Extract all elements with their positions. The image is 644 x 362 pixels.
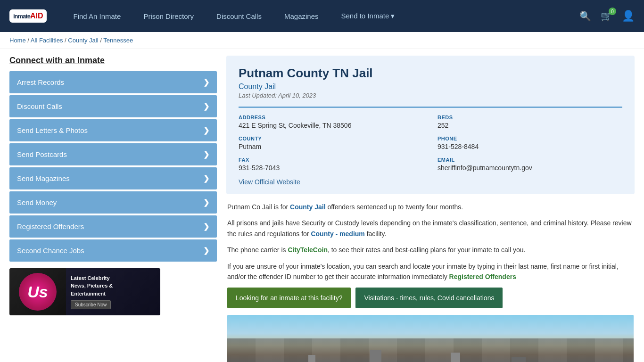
email-field: EMAIL sheriffinfo@putnamcountytn.gov: [438, 157, 622, 172]
logo-icon: inmate AID: [9, 9, 47, 23]
sidebar-item-send-money[interactable]: Send Money ❯: [9, 191, 217, 214]
desc-para2-pre: All prisons and jails have Security or C…: [227, 219, 632, 237]
desc-para1-post: offenders sentenced up to twenty four mo…: [326, 203, 463, 211]
nav-links: Find An Inmate Prison Directory Discount…: [62, 0, 579, 32]
sidebar-label: Arrest Records: [17, 78, 64, 86]
ad-line1: Latest Celebrity: [71, 274, 156, 282]
chevron-right-icon: ❯: [203, 222, 209, 231]
connect-title: Connect with an Inmate: [9, 56, 217, 66]
sidebar-label: Send Letters & Photos: [17, 126, 88, 134]
sidebar-item-registered-offenders[interactable]: Registered Offenders ❯: [9, 215, 217, 238]
sidebar-item-send-postcards[interactable]: Send Postcards ❯: [9, 143, 217, 165]
ad-text-area: Latest Celebrity News, Pictures & Entert…: [66, 268, 160, 315]
fax-field: FAX 931-528-7043: [239, 157, 423, 172]
view-website-link[interactable]: View Official Website: [239, 178, 300, 186]
desc-para4-pre: If you are unsure of your inmate's locat…: [227, 263, 619, 280]
fax-label: FAX: [239, 157, 423, 163]
visitations-button[interactable]: Visitations - times, rules, Covid cancel…: [355, 288, 503, 308]
chevron-right-icon: ❯: [203, 150, 209, 159]
county-jail-link[interactable]: County Jail: [290, 203, 325, 211]
desc-para-1: Putnam Co Jail is for County Jail offend…: [227, 202, 634, 212]
sidebar-item-send-magazines[interactable]: Send Magazines ❯: [9, 167, 217, 189]
chevron-right-icon: ❯: [203, 126, 209, 135]
citytelecoin-link[interactable]: CityTeleCoin: [288, 246, 328, 254]
desc-para3-post: , to see their rates and best-calling pl…: [328, 246, 525, 254]
desc-para-3: The phone carrier is CityTeleCoin, to se…: [227, 245, 634, 255]
desc-para3-pre: The phone carrier is: [227, 246, 288, 254]
facility-name: Putnam County TN Jail: [239, 66, 622, 81]
nav-discount-calls[interactable]: Discount Calls: [205, 0, 273, 32]
phone-value: 931-528-8484: [438, 143, 622, 150]
sidebar-item-second-chance-jobs[interactable]: Second Chance Jobs ❯: [9, 239, 217, 262]
breadcrumb: Home / All Facilities / County Jail / Te…: [0, 32, 644, 49]
sidebar-item-arrest-records[interactable]: Arrest Records ❯: [9, 71, 217, 93]
facility-updated: Last Updated: April 10, 2023: [239, 92, 622, 99]
facility-description: Putnam Co Jail is for County Jail offend…: [226, 201, 635, 362]
ad-logo-area: Us: [9, 268, 66, 315]
county-label: COUNTY: [239, 136, 423, 141]
phone-field: PHONE 931-528-8484: [438, 136, 622, 150]
desc-para-2: All prisons and jails have Security or C…: [227, 218, 634, 239]
sidebar-label: Send Magazines: [17, 174, 70, 182]
facility-type: County Jail: [239, 82, 622, 91]
nav-magazines[interactable]: Magazines: [273, 0, 330, 32]
sidebar-label: Send Postcards: [17, 150, 67, 158]
fax-value: 931-528-7043: [239, 164, 423, 172]
desc-para2-post: facility.: [365, 230, 387, 238]
beds-label: BEDS: [438, 115, 622, 120]
ad-line3: Entertainment: [71, 290, 156, 298]
address-field: ADDRESS 421 E Spring St, Cookeville, TN …: [239, 115, 423, 129]
action-buttons: Looking for an inmate at this facility? …: [227, 288, 634, 308]
facility-photo: [227, 315, 634, 362]
desc-para1-pre: Putnam Co Jail is for: [227, 203, 290, 211]
ad-line2: News, Pictures &: [71, 282, 156, 290]
nav-send-to-inmate[interactable]: Send to Inmate ▾: [330, 0, 406, 32]
facility-info-grid: ADDRESS 421 E Spring St, Cookeville, TN …: [239, 107, 622, 172]
phone-label: PHONE: [438, 136, 622, 141]
beds-value: 252: [438, 122, 622, 129]
chevron-right-icon: ❯: [203, 198, 209, 207]
find-inmate-button[interactable]: Looking for an inmate at this facility?: [227, 288, 351, 308]
breadcrumb-county-jail[interactable]: County Jail: [68, 37, 98, 44]
beds-field: BEDS 252: [438, 115, 622, 129]
chevron-right-icon: ❯: [203, 78, 209, 87]
facility-card: Putnam County TN Jail County Jail Last U…: [226, 56, 635, 194]
sidebar-label: Second Chance Jobs: [17, 247, 84, 255]
sidebar-label: Send Money: [17, 198, 57, 206]
cart-icon[interactable]: 🛒 0: [601, 10, 612, 22]
sidebar-item-discount-calls[interactable]: Discount Calls ❯: [9, 95, 217, 117]
user-icon[interactable]: 👤: [622, 10, 635, 22]
nav-find-inmate[interactable]: Find An Inmate: [62, 0, 132, 32]
address-value: 421 E Spring St, Cookeville, TN 38506: [239, 122, 423, 129]
sidebar: Connect with an Inmate Arrest Records ❯ …: [9, 56, 217, 362]
cart-badge: 0: [609, 8, 616, 15]
sidebar-label: Registered Offenders: [17, 222, 84, 230]
county-field: COUNTY Putnam: [239, 136, 423, 150]
sidebar-item-send-letters[interactable]: Send Letters & Photos ❯: [9, 119, 217, 141]
main-nav: inmate AID Find An Inmate Prison Directo…: [0, 0, 644, 32]
facility-content: Putnam County TN Jail County Jail Last U…: [226, 56, 635, 362]
desc-para-4: If you are unsure of your inmate's locat…: [227, 261, 634, 282]
email-label: EMAIL: [438, 157, 622, 163]
search-icon[interactable]: 🔍: [579, 10, 591, 22]
email-value: sheriffinfo@putnamcountytn.gov: [438, 164, 622, 172]
main-content: Connect with an Inmate Arrest Records ❯ …: [0, 49, 644, 362]
chevron-right-icon: ❯: [203, 174, 209, 183]
breadcrumb-tennessee[interactable]: Tennessee: [103, 37, 133, 44]
breadcrumb-home[interactable]: Home: [9, 37, 26, 44]
registered-offenders-link[interactable]: Registered Offenders: [449, 273, 516, 280]
logo[interactable]: inmate AID: [9, 9, 48, 23]
chevron-right-icon: ❯: [203, 102, 209, 111]
chevron-right-icon: ❯: [203, 246, 209, 255]
county-medium-link[interactable]: County - medium: [311, 230, 364, 238]
county-value: Putnam: [239, 143, 423, 150]
breadcrumb-all-facilities[interactable]: All Facilities: [31, 37, 63, 44]
sidebar-label: Discount Calls: [17, 102, 62, 110]
advertisement-box: Us Latest Celebrity News, Pictures & Ent…: [9, 268, 160, 315]
ad-logo-text: Us: [27, 283, 48, 301]
nav-right-icons: 🔍 🛒 0 👤: [579, 10, 635, 22]
address-label: ADDRESS: [239, 115, 423, 120]
ad-subscribe-button[interactable]: Subscribe Now: [71, 300, 111, 309]
nav-prison-directory[interactable]: Prison Directory: [132, 0, 205, 32]
